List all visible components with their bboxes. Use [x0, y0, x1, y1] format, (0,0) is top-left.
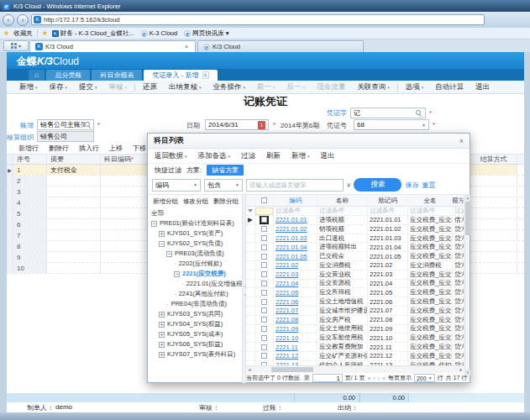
row-check-cell[interactable]	[255, 252, 274, 260]
search-button[interactable]: 搜索	[354, 178, 401, 192]
table-row[interactable]: 2221.02应交消费税2221.02应交消费税贷方	[246, 261, 464, 270]
field-select[interactable]: 编码 ▼	[152, 179, 201, 192]
tree-node[interactable]: +KJYS01_SYS(资产)	[148, 228, 242, 239]
row-check-cell[interactable]	[255, 297, 274, 306]
app-tab[interactable]: 凭证录入 - 新增×	[144, 70, 217, 81]
tree-node[interactable]: −PRE03(流动负债)	[148, 249, 242, 259]
scroll-right-icon[interactable]: ►	[458, 366, 464, 373]
filter-cell-2[interactable]: 过滤条件	[368, 207, 408, 215]
summary-cell[interactable]	[47, 208, 101, 218]
grid-action-0[interactable]: 新增行	[18, 144, 39, 153]
tree-node[interactable]: ·PRE04(非流动负债)	[148, 299, 242, 309]
table-row[interactable]: 2221.07应交城市维护建设2221.07应交税费_应交城市维护建设税贷方	[246, 307, 464, 316]
expand-icon[interactable]: +	[159, 352, 165, 358]
settlement-cell[interactable]	[470, 263, 517, 273]
summary-cell[interactable]	[47, 230, 101, 240]
home-tab[interactable]: ⌂	[29, 70, 45, 81]
account-code-cell[interactable]	[101, 197, 147, 207]
grid-action-3[interactable]: 上移	[109, 144, 123, 153]
per-page-select[interactable]: 200 ▼	[414, 374, 435, 382]
row-check-cell[interactable]	[255, 316, 274, 324]
save-filter-link[interactable]: 保存	[405, 181, 418, 190]
tree-node-label[interactable]: KJYS01_SYS(资产)	[167, 229, 223, 238]
tree-node-label[interactable]: 2221.01(应交增值税)	[186, 280, 242, 288]
toolbar-item-12[interactable]: 自动计算	[429, 82, 470, 92]
row-checkbox[interactable]	[261, 271, 267, 277]
row-check-cell[interactable]	[255, 333, 274, 342]
table-row[interactable]: 2221.06应交土地增值税2221.06应交税费_应交土地增值税贷方	[246, 297, 464, 307]
collapse-icon[interactable]: −	[174, 271, 180, 277]
scroll-left-icon[interactable]: ◄	[246, 366, 253, 373]
filter-expand-icon[interactable]: ¥	[347, 181, 350, 189]
select-all-cell[interactable]	[255, 195, 274, 206]
page-input[interactable]	[312, 374, 343, 382]
tree-node-label[interactable]: KJYS02_SYS(负债)	[167, 239, 223, 248]
tree-action-1[interactable]: 修改分组	[183, 197, 208, 206]
tree-node-label[interactable]: KJYS04_SYS(权益)	[167, 320, 223, 328]
settlement-cell[interactable]	[470, 252, 517, 262]
account-code-link[interactable]: 2221.06	[274, 297, 317, 306]
scheme-tag[interactable]: 缺省方案	[207, 165, 244, 176]
scroll-thumb[interactable]	[271, 367, 313, 372]
row-check-cell[interactable]	[255, 307, 274, 315]
tree-node[interactable]: 全部	[148, 208, 242, 218]
row-checkbox[interactable]	[261, 226, 267, 232]
grid-row[interactable]: 4	[7, 197, 147, 208]
account-code-link[interactable]: 2221.08	[274, 316, 317, 324]
grid-row-right[interactable]	[470, 186, 524, 197]
toolbar-item-11[interactable]: 选项▾	[400, 82, 430, 92]
tree-node[interactable]: ·2241(其他应付款)	[148, 289, 242, 299]
row-check-cell[interactable]	[255, 280, 274, 288]
table-row[interactable]: 2221.03应交营业税2221.03应交税费_应交营业税贷方	[246, 270, 464, 280]
filter-cell-0[interactable]: 过滤条件	[274, 207, 317, 215]
tree-node[interactable]: +KJYS06_SYS(损益)	[148, 339, 242, 349]
summary-cell[interactable]: 支付税金	[47, 165, 101, 175]
settlement-cell[interactable]	[470, 165, 517, 175]
app-tab[interactable]: 科目余额表	[92, 70, 142, 81]
browser-tab[interactable]: eK/3 Cloud	[197, 40, 364, 52]
account-code-link[interactable]: 2221.05	[274, 288, 317, 297]
tree-node-label[interactable]: 2202(应付账款)	[179, 260, 223, 268]
table-row[interactable]: 2221.01.03出口退税2221.01.03应交税费_应交增值税贷方	[246, 234, 464, 244]
table-row[interactable]: 2221.11应交教育费附加2221.11应交税费_应交教育费附加贷方	[246, 343, 464, 352]
grid-row-right[interactable]	[470, 208, 524, 219]
toolbar-item-10[interactable]: 关联查询▾	[351, 82, 396, 92]
operator-select[interactable]: 包含 ▼	[204, 179, 243, 192]
book-input[interactable]: 销售公司主账簿	[37, 119, 94, 130]
summary-cell[interactable]	[47, 186, 101, 197]
row-checkbox[interactable]	[261, 217, 267, 223]
table-row[interactable]: 2221.04应交资源税2221.04应交税费_应交资源税贷方	[246, 280, 464, 289]
row-checkbox[interactable]	[261, 299, 267, 305]
settlement-cell[interactable]	[470, 230, 517, 240]
row-check-cell[interactable]	[255, 325, 274, 333]
favorite-link[interactable]: eK-3 Cloud	[141, 29, 177, 38]
account-code-link[interactable]: 2221.01.03	[274, 234, 317, 243]
close-tab-icon[interactable]: ×	[183, 43, 190, 50]
toolbar-item-5[interactable]: 出纳复核▾	[163, 82, 207, 92]
tree-node[interactable]: −KJYS02_SYS(负债)	[148, 239, 242, 249]
settlement-cell[interactable]	[470, 219, 517, 229]
expand-icon[interactable]: +	[159, 312, 165, 318]
tree-node-label[interactable]: PRE01(新会计准则科目表)	[160, 219, 234, 228]
last-page-icon[interactable]: »	[382, 375, 386, 381]
row-check-cell[interactable]	[255, 225, 274, 234]
row-checkbox[interactable]	[261, 335, 267, 341]
table-row[interactable]: 2221.01.02销项税额2221.01.02应交税费_应交增值税贷方	[246, 225, 464, 234]
account-code-cell[interactable]	[101, 230, 147, 240]
dialog-toolbar-item-5[interactable]: 退出	[321, 151, 335, 161]
expand-icon[interactable]: +	[159, 332, 165, 338]
grid-row[interactable]: 7	[7, 230, 147, 241]
tree-node-label[interactable]: KJYS07_SYS(表外科目)	[167, 350, 235, 359]
scroll-up-icon[interactable]: ▲	[465, 195, 470, 201]
settlement-cell[interactable]	[470, 197, 517, 207]
account-code-link[interactable]: 2221.02	[274, 261, 317, 270]
dialog-toolbar-item-0[interactable]: 返回数据▾	[155, 151, 187, 161]
grid-row-right[interactable]	[470, 219, 524, 230]
favorites-star-icon[interactable]: ★	[3, 29, 9, 37]
vertical-scrollbar[interactable]: ▲ ▼	[464, 195, 470, 375]
favorite-link[interactable]: K财务 - K-3 Cloud_金蝶社...	[52, 29, 134, 38]
table-row[interactable]: 2221.01.05已交税金2221.01.05应交税费_应交增值税贷方	[246, 252, 464, 261]
row-checkbox[interactable]	[261, 317, 267, 323]
tree-node-label[interactable]: PRE03(流动负债)	[175, 249, 224, 258]
row-check-cell[interactable]	[255, 352, 274, 360]
